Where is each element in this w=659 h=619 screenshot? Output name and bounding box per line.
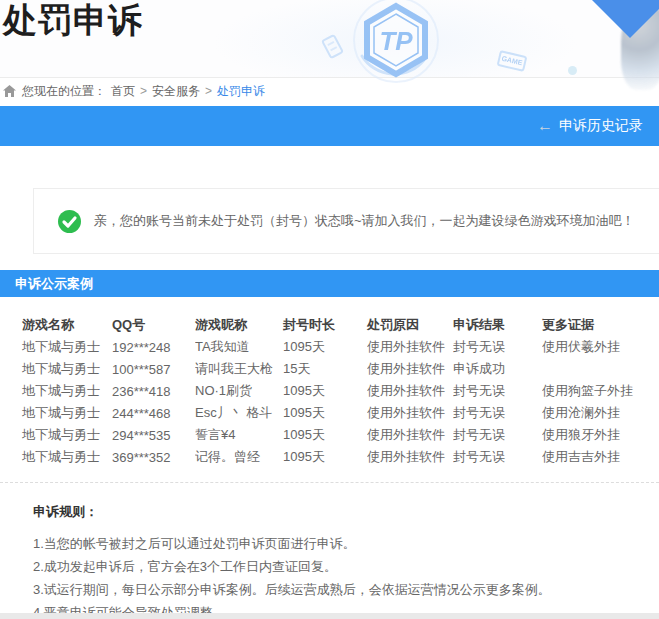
table-row: 地下城与勇士192***248TA我知道1095天使用外挂软件封号无误使用伏羲外… — [0, 336, 659, 358]
table-cell: NO·1刷货 — [195, 380, 283, 402]
table-cell — [542, 358, 659, 380]
breadcrumb-separator: > — [140, 84, 147, 98]
game-card-icon: GAME — [497, 50, 528, 72]
back-arrow-icon: ← — [537, 118, 553, 134]
decor-dot — [568, 66, 577, 75]
cases-section-header: 申诉公示案例 — [0, 270, 659, 297]
page-title: 处罚申诉 — [3, 0, 143, 44]
table-cell: 地下城与勇士 — [0, 336, 112, 358]
breadcrumb: 您现在的位置： 首页 > 安全服务 > 处罚申诉 — [0, 77, 659, 104]
column-header: 封号时长 — [283, 314, 367, 336]
table-cell: 236***418 — [112, 380, 195, 402]
column-header: 游戏昵称 — [195, 314, 283, 336]
table-cell: TA我知道 — [195, 336, 283, 358]
breadcrumb-security-service[interactable]: 安全服务 — [152, 83, 200, 100]
table-cell: 369***352 — [112, 446, 195, 468]
status-message-box: 亲，您的账号当前未处于处罚（封号）状态哦~请加入我们，一起为建设绿色游戏环境加油… — [33, 188, 659, 254]
rules-section: 申诉规则： 1.当您的帐号被封之后可以通过处罚申诉页面进行申诉。2.成功发起申诉… — [0, 503, 659, 619]
table-cell: 使用外挂软件 — [367, 424, 453, 446]
footer-strip — [0, 613, 659, 619]
table-cell: 封号无误 — [453, 380, 542, 402]
table-cell: 1095天 — [283, 424, 367, 446]
table-cell: 192***248 — [112, 336, 195, 358]
table-header-row: 游戏名称QQ号游戏昵称封号时长处罚原因申诉结果更多证据 — [0, 314, 659, 336]
table-cell: 封号无误 — [453, 336, 542, 358]
table-cell: 记得。曾经 — [195, 446, 283, 468]
breadcrumb-separator: > — [205, 84, 212, 98]
table-cell: Esc丿丶 格斗 — [195, 402, 283, 424]
table-cell: 使用外挂软件 — [367, 336, 453, 358]
page-header: 处罚申诉 TP GAME — [0, 0, 659, 77]
breadcrumb-home[interactable]: 首页 — [111, 83, 135, 100]
appeal-history-label: 申诉历史记录 — [559, 117, 643, 135]
table-cell: 请叫我王大枪 — [195, 358, 283, 380]
rules-title: 申诉规则： — [33, 503, 659, 521]
table-cell: 封号无误 — [453, 402, 542, 424]
table-cell: 使用吉吉外挂 — [542, 446, 659, 468]
rule-item: 3.试运行期间，每日公示部分申诉案例。后续运营成熟后，会依据运营情况公示更多案例… — [33, 578, 659, 601]
table-cell: 封号无误 — [453, 446, 542, 468]
table-cell: 封号无误 — [453, 424, 542, 446]
table-row: 地下城与勇士369***352记得。曾经1095天使用外挂软件封号无误使用吉吉外… — [0, 446, 659, 468]
table-cell: 使用外挂软件 — [367, 380, 453, 402]
table-cell: 15天 — [283, 358, 367, 380]
table-cell: 誓言¥4 — [195, 424, 283, 446]
column-header: 更多证据 — [542, 314, 659, 336]
appeal-history-link[interactable]: ← 申诉历史记录 — [537, 117, 643, 135]
table-cell: 使用外挂软件 — [367, 446, 453, 468]
table-cell: 地下城与勇士 — [0, 402, 112, 424]
table-row: 地下城与勇士294***535誓言¥41095天使用外挂软件封号无误使用狼牙外挂 — [0, 424, 659, 446]
table-cell: 地下城与勇士 — [0, 358, 112, 380]
status-message: 亲，您的账号当前未处于处罚（封号）状态哦~请加入我们，一起为建设绿色游戏环境加油… — [94, 212, 635, 230]
table-cell: 使用外挂软件 — [367, 358, 453, 380]
table-cell: 294***535 — [112, 424, 195, 446]
table-cell: 1095天 — [283, 402, 367, 424]
tp-logo-text: TP — [379, 26, 413, 56]
table-cell: 1095天 — [283, 336, 367, 358]
table-cell: 1095天 — [283, 446, 367, 468]
dashed-divider — [0, 482, 659, 483]
rule-item: 2.成功发起申诉后，官方会在3个工作日内查证回复。 — [33, 555, 659, 578]
rules-list: 1.当您的帐号被封之后可以通过处罚申诉页面进行申诉。2.成功发起申诉后，官方会在… — [33, 532, 659, 619]
tp-logo-icon: TP — [350, 0, 442, 86]
ticket-card-icon — [321, 34, 344, 60]
table-cell: 1095天 — [283, 380, 367, 402]
success-check-icon — [58, 210, 81, 233]
breadcrumb-current: 处罚申诉 — [217, 83, 265, 100]
column-header: 处罚原因 — [367, 314, 453, 336]
table-cell: 使用伏羲外挂 — [542, 336, 659, 358]
cases-table: 游戏名称QQ号游戏昵称封号时长处罚原因申诉结果更多证据 地下城与勇士192***… — [0, 314, 659, 468]
home-icon — [3, 85, 16, 97]
table-cell: 地下城与勇士 — [0, 446, 112, 468]
table-cell: 地下城与勇士 — [0, 380, 112, 402]
table-cell: 244***468 — [112, 402, 195, 424]
table-row: 地下城与勇士100***587请叫我王大枪15天使用外挂软件申诉成功 — [0, 358, 659, 380]
column-header: QQ号 — [112, 314, 195, 336]
column-header: 申诉结果 — [453, 314, 542, 336]
table-cell: 使用狗篮子外挂 — [542, 380, 659, 402]
table-cell: 使用沧澜外挂 — [542, 402, 659, 424]
table-row: 地下城与勇士244***468Esc丿丶 格斗1095天使用外挂软件封号无误使用… — [0, 402, 659, 424]
table-cell: 100***587 — [112, 358, 195, 380]
table-row: 地下城与勇士236***418NO·1刷货1095天使用外挂软件封号无误使用狗篮… — [0, 380, 659, 402]
cases-section-title: 申诉公示案例 — [15, 276, 93, 291]
table-cell: 使用外挂软件 — [367, 402, 453, 424]
table-cell: 使用狼牙外挂 — [542, 424, 659, 446]
rule-item: 1.当您的帐号被封之后可以通过处罚申诉页面进行申诉。 — [33, 532, 659, 555]
action-bar: ← 申诉历史记录 — [0, 106, 659, 146]
breadcrumb-prefix: 您现在的位置： — [22, 83, 106, 100]
column-header: 游戏名称 — [0, 314, 112, 336]
table-cell: 申诉成功 — [453, 358, 542, 380]
table-cell: 地下城与勇士 — [0, 424, 112, 446]
